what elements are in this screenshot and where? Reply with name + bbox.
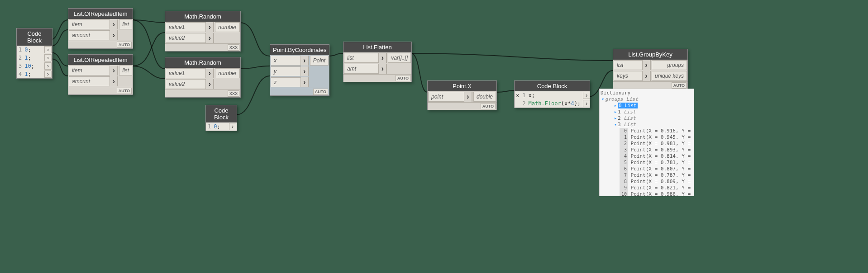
auto-tag: AUTO — [117, 42, 132, 48]
expand-icon[interactable]: ▸ — [613, 103, 618, 109]
out-port[interactable] — [44, 71, 52, 78]
node-title: Point.X — [428, 81, 496, 91]
in-port-amount[interactable]: amount — [69, 76, 118, 86]
in-port-list[interactable]: list — [614, 60, 651, 70]
chevron-icon — [300, 77, 309, 87]
node-title: Code Block — [17, 28, 52, 46]
watch-preview[interactable]: Dictionary ▾groups List ▸0 List ▸1 List … — [599, 89, 694, 196]
list-item[interactable]: 6 Point(X = 0.807, Y = 0.906, Z — [601, 166, 693, 172]
in-port-amount[interactable]: amount — [69, 30, 118, 40]
in-port-value1[interactable]: value1 — [166, 22, 214, 32]
auto-tag: AUTO — [396, 75, 410, 81]
out-port-uniquekeys[interactable]: unique keys — [652, 71, 687, 81]
node-title: Code Block — [206, 105, 237, 122]
node-code-block-1[interactable]: Code Block 10; 21; 310; 41; — [16, 28, 52, 79]
chevron-icon — [110, 76, 118, 86]
list-item[interactable]: 2 Point(X = 0.981, Y = 0.508, Z — [601, 141, 693, 147]
in-port-keys[interactable]: keys — [614, 71, 651, 81]
chevron-icon — [378, 53, 386, 63]
node-list-ofrepeateditem-2[interactable]: List.OfRepeatedItem item amount list AUT… — [68, 54, 133, 95]
node-code-block-2[interactable]: Code Block 10; — [205, 105, 237, 131]
out-port-groups[interactable]: groups — [652, 60, 687, 70]
out-port[interactable] — [44, 46, 52, 53]
chevron-icon — [300, 66, 309, 76]
auto-tag: AUTO — [117, 88, 132, 94]
list-item[interactable]: 4 Point(X = 0.814, Y = 0.939, Z — [601, 153, 693, 160]
list-item[interactable]: 9 Point(X = 0.821, Y = 0.877, Z — [601, 185, 693, 191]
in-port-y[interactable]: y — [271, 66, 309, 76]
chevron-icon — [205, 79, 214, 89]
node-math-random-2[interactable]: Math.Random value1 value2 number XXX — [165, 57, 241, 98]
chevron-icon — [110, 30, 118, 40]
in-port-value2[interactable]: value2 — [166, 79, 214, 89]
list-item[interactable]: 7 Point(X = 0.787, Y = 0.499, Z — [601, 172, 693, 179]
chevron-icon — [642, 71, 650, 81]
out-port-var[interactable]: var[]..[] — [388, 53, 411, 63]
expand-icon[interactable]: ▾ — [613, 122, 618, 128]
chevron-icon — [464, 92, 472, 102]
node-title: List.GroupByKey — [613, 49, 687, 60]
in-port-point[interactable]: point — [428, 92, 472, 102]
list-item[interactable]: 10 Point(X = 0.986, Y = 0.424, Z — [601, 191, 693, 196]
node-title: Math.Random — [165, 57, 240, 68]
chevron-icon — [205, 68, 214, 78]
expand-icon[interactable]: ▾ — [601, 96, 605, 103]
node-point-x[interactable]: Point.X point double AUTO — [427, 80, 497, 110]
node-title: List.OfRepeatedItem — [68, 55, 133, 65]
node-math-random-1[interactable]: Math.Random value1 value2 number XXX — [165, 11, 241, 52]
in-port-list[interactable]: list — [344, 53, 387, 63]
out-port-list[interactable]: list — [119, 66, 132, 75]
chevron-icon — [300, 56, 309, 66]
list-item[interactable]: 1 Point(X = 0.945, Y = 0.035, Z — [601, 134, 693, 141]
lacing-tag: XXX — [228, 90, 239, 97]
auto-tag: AUTO — [672, 82, 687, 89]
auto-tag: AUTO — [481, 103, 496, 109]
list-item[interactable]: 8 Point(X = 0.809, Y = 0.867, Z — [601, 179, 693, 185]
in-port-x[interactable]: x — [515, 91, 520, 99]
expand-icon[interactable]: ▸ — [613, 109, 618, 115]
node-point-bycoordinates[interactable]: Point.ByCoordinates x y z Point AUTO — [270, 44, 329, 96]
in-port-item[interactable]: item — [69, 19, 118, 29]
chevron-icon — [110, 19, 118, 29]
chevron-icon — [205, 22, 214, 32]
node-list-groupbykey[interactable]: List.GroupByKey list keys groups unique … — [613, 49, 688, 89]
out-port-double[interactable]: double — [473, 92, 496, 102]
in-port-z[interactable]: z — [271, 77, 309, 87]
in-port-amt[interactable]: amt — [344, 64, 387, 74]
list-item[interactable]: 5 Point(X = 0.781, Y = 0.158, Z — [601, 160, 693, 166]
in-port-value1[interactable]: value1 — [166, 68, 214, 78]
out-port[interactable] — [44, 62, 52, 70]
node-code-block-3[interactable]: Code Block x 1x; 2Math.Floor(x*4); — [514, 80, 590, 108]
node-title: List.OfRepeatedItem — [68, 9, 133, 19]
out-port[interactable] — [44, 54, 52, 61]
chevron-icon — [110, 66, 118, 75]
in-port-x[interactable]: x — [271, 56, 309, 66]
out-port-list[interactable]: list — [119, 19, 132, 29]
node-title: Math.Random — [165, 11, 240, 22]
node-list-flatten[interactable]: List.Flatten list amt var[]..[] AUTO — [343, 42, 412, 82]
in-port-item[interactable]: item — [69, 66, 118, 75]
list-item[interactable]: 0 Point(X = 0.916, Y = 0.186, Z — [601, 128, 693, 134]
expand-icon[interactable]: ▸ — [613, 115, 618, 122]
out-port-number[interactable]: number — [215, 68, 240, 78]
lacing-tag: XXX — [228, 44, 239, 51]
chevron-icon — [378, 64, 386, 74]
in-port-value2[interactable]: value2 — [166, 33, 214, 43]
chevron-icon — [205, 33, 214, 43]
chevron-icon — [642, 60, 650, 70]
node-title: List.Flatten — [343, 42, 411, 52]
node-title: Code Block — [515, 81, 590, 91]
list-item[interactable]: 3 Point(X = 0.893, Y = 0.709, Z — [601, 147, 693, 153]
out-port[interactable] — [229, 123, 236, 130]
out-port-point[interactable]: Point — [310, 56, 329, 66]
out-port[interactable] — [583, 100, 590, 107]
node-list-ofrepeateditem-1[interactable]: List.OfRepeatedItem item amount list AUT… — [68, 8, 133, 49]
out-port[interactable] — [583, 92, 590, 99]
out-port-number[interactable]: number — [215, 22, 240, 32]
auto-tag: AUTO — [313, 89, 328, 95]
node-title: Point.ByCoordinates — [270, 45, 329, 55]
